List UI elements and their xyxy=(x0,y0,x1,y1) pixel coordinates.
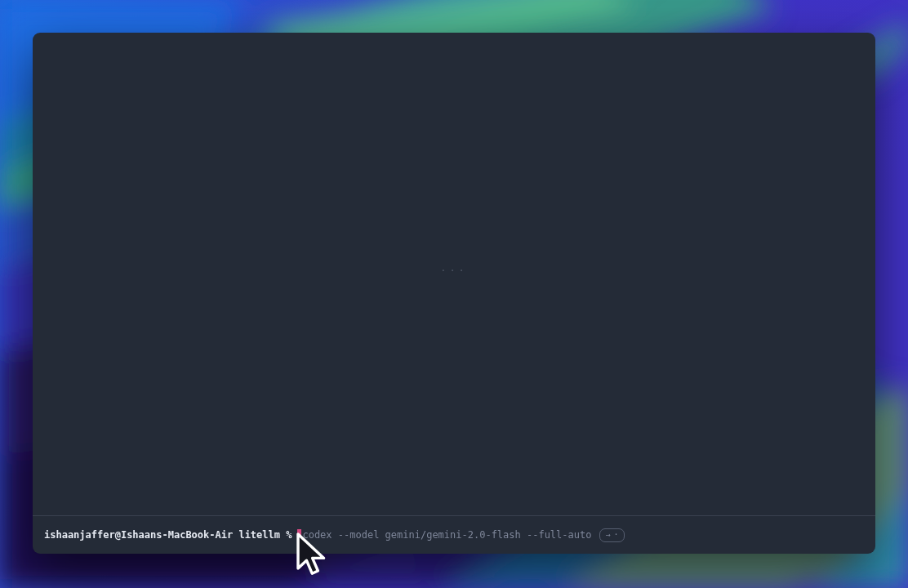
shell-prompt: ishaanjaffer@Ishaans-MacBook-Air litellm… xyxy=(44,528,292,541)
text-cursor xyxy=(297,529,301,541)
dot-icon: · xyxy=(613,531,618,539)
terminal-window[interactable]: ··· ishaanjaffer@Ishaans-MacBook-Air lit… xyxy=(33,33,875,554)
accept-suggestion-hint: → · xyxy=(599,528,624,542)
arrow-right-icon: → xyxy=(605,531,610,539)
terminal-prompt-bar[interactable]: ishaanjaffer@Ishaans-MacBook-Air litellm… xyxy=(33,515,875,554)
loading-dots: ··· xyxy=(440,265,468,276)
command-autosuggestion: codex --model gemini/gemini-2.0-flash --… xyxy=(302,528,591,541)
terminal-output-area[interactable]: ··· xyxy=(33,33,875,516)
